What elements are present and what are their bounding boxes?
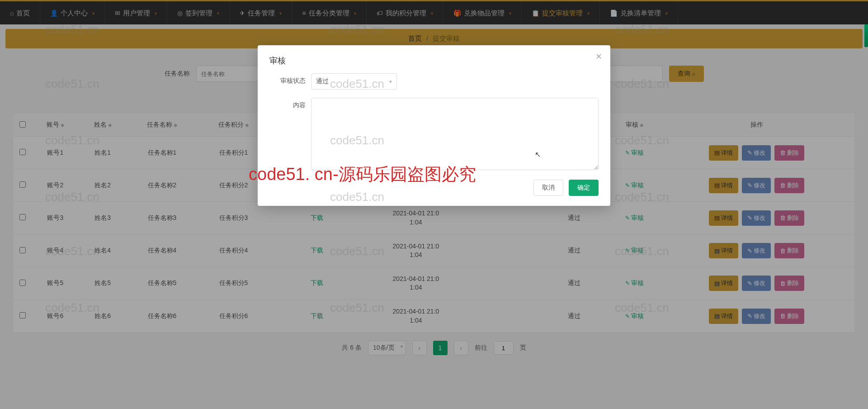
audit-dialog: ✕ 审核 审核状态 通过 ▾ 内容 取消 确定: [258, 45, 610, 206]
content-label: 内容: [269, 98, 306, 109]
modal-overlay: ✕ 审核 审核状态 通过 ▾ 内容 取消 确定: [0, 0, 868, 409]
confirm-button[interactable]: 确定: [569, 180, 599, 196]
dialog-title: 审核: [269, 55, 599, 66]
cancel-button[interactable]: 取消: [533, 180, 563, 196]
status-label: 审核状态: [269, 73, 306, 85]
status-select[interactable]: 通过 ▾: [311, 73, 397, 90]
content-textarea[interactable]: [311, 98, 599, 170]
close-icon[interactable]: ✕: [595, 52, 602, 62]
chevron-down-icon: ▾: [389, 79, 392, 85]
